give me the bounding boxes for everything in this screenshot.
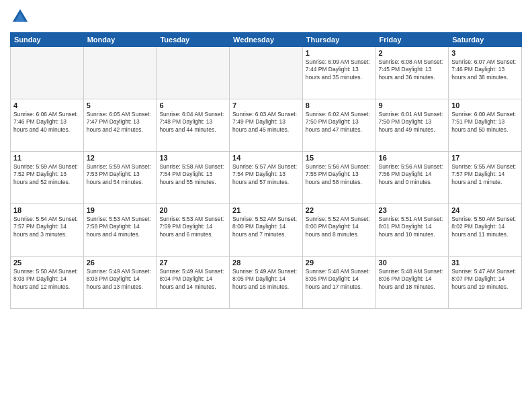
calendar-header-row: SundayMondayTuesdayWednesdayThursdayFrid…	[11, 33, 522, 47]
day-info: Sunrise: 5:58 AM Sunset: 7:54 PM Dayligh…	[159, 163, 226, 186]
day-number: 18	[13, 206, 81, 214]
calendar-header-wednesday: Wednesday	[230, 33, 303, 47]
day-number: 29	[306, 259, 373, 267]
calendar-header-saturday: Saturday	[449, 33, 522, 47]
calendar-cell: 24Sunrise: 5:50 AM Sunset: 8:02 PM Dayli…	[449, 204, 522, 257]
calendar-week-1: 1Sunrise: 6:09 AM Sunset: 7:44 PM Daylig…	[11, 47, 522, 99]
calendar-header-sunday: Sunday	[11, 33, 84, 47]
calendar-cell	[11, 47, 84, 99]
calendar-cell: 19Sunrise: 5:53 AM Sunset: 7:58 PM Dayli…	[83, 204, 157, 257]
header	[10, 7, 522, 27]
day-info: Sunrise: 5:53 AM Sunset: 7:59 PM Dayligh…	[159, 216, 226, 238]
calendar-week-3: 11Sunrise: 5:59 AM Sunset: 7:52 PM Dayli…	[11, 152, 522, 204]
day-number: 28	[232, 259, 300, 267]
day-info: Sunrise: 5:49 AM Sunset: 8:05 PM Dayligh…	[232, 268, 300, 291]
calendar-header-friday: Friday	[375, 33, 449, 47]
logo	[10, 7, 33, 27]
calendar-cell: 18Sunrise: 5:54 AM Sunset: 7:57 PM Dayli…	[11, 204, 84, 257]
day-number: 31	[451, 259, 519, 267]
day-info: Sunrise: 6:00 AM Sunset: 7:51 PM Dayligh…	[451, 111, 519, 134]
day-number: 3	[451, 49, 519, 57]
calendar-cell: 11Sunrise: 5:59 AM Sunset: 7:52 PM Dayli…	[11, 152, 84, 204]
calendar-cell: 13Sunrise: 5:58 AM Sunset: 7:54 PM Dayli…	[157, 152, 230, 204]
calendar-header-thursday: Thursday	[302, 33, 375, 47]
day-info: Sunrise: 6:02 AM Sunset: 7:50 PM Dayligh…	[306, 111, 373, 134]
day-number: 16	[379, 154, 446, 162]
calendar-cell: 17Sunrise: 5:55 AM Sunset: 7:57 PM Dayli…	[449, 152, 522, 204]
calendar-cell: 5Sunrise: 6:05 AM Sunset: 7:47 PM Daylig…	[83, 99, 157, 152]
day-info: Sunrise: 5:50 AM Sunset: 8:03 PM Dayligh…	[13, 268, 81, 291]
day-info: Sunrise: 5:53 AM Sunset: 7:58 PM Dayligh…	[87, 216, 154, 238]
day-number: 22	[306, 206, 373, 214]
day-number: 10	[451, 101, 519, 109]
calendar-cell: 27Sunrise: 5:49 AM Sunset: 8:04 PM Dayli…	[157, 257, 230, 309]
calendar-cell: 4Sunrise: 6:06 AM Sunset: 7:46 PM Daylig…	[11, 99, 84, 152]
day-info: Sunrise: 6:06 AM Sunset: 7:46 PM Dayligh…	[13, 111, 81, 134]
day-number: 24	[451, 206, 519, 214]
calendar-cell: 23Sunrise: 5:51 AM Sunset: 8:01 PM Dayli…	[375, 204, 449, 257]
calendar-cell: 1Sunrise: 6:09 AM Sunset: 7:44 PM Daylig…	[302, 47, 375, 99]
calendar-cell: 28Sunrise: 5:49 AM Sunset: 8:05 PM Dayli…	[230, 257, 303, 309]
calendar-cell: 31Sunrise: 5:47 AM Sunset: 8:07 PM Dayli…	[449, 257, 522, 309]
calendar-cell: 2Sunrise: 6:08 AM Sunset: 7:45 PM Daylig…	[375, 47, 449, 99]
day-number: 21	[232, 206, 300, 214]
day-number: 15	[306, 154, 373, 162]
calendar-cell: 16Sunrise: 5:56 AM Sunset: 7:56 PM Dayli…	[375, 152, 449, 204]
day-info: Sunrise: 5:57 AM Sunset: 7:54 PM Dayligh…	[232, 163, 300, 186]
day-number: 11	[13, 154, 81, 162]
calendar-cell: 21Sunrise: 5:52 AM Sunset: 8:00 PM Dayli…	[230, 204, 303, 257]
day-number: 17	[451, 154, 519, 162]
day-info: Sunrise: 6:08 AM Sunset: 7:45 PM Dayligh…	[379, 58, 446, 81]
calendar-week-5: 25Sunrise: 5:50 AM Sunset: 8:03 PM Dayli…	[11, 257, 522, 309]
day-info: Sunrise: 5:48 AM Sunset: 8:05 PM Dayligh…	[306, 268, 373, 291]
day-number: 20	[159, 206, 226, 214]
calendar-cell: 7Sunrise: 6:03 AM Sunset: 7:49 PM Daylig…	[230, 99, 303, 152]
day-info: Sunrise: 5:54 AM Sunset: 7:57 PM Dayligh…	[13, 216, 81, 238]
calendar: SundayMondayTuesdayWednesdayThursdayFrid…	[10, 32, 522, 309]
day-info: Sunrise: 6:01 AM Sunset: 7:50 PM Dayligh…	[379, 111, 446, 134]
calendar-cell: 3Sunrise: 6:07 AM Sunset: 7:46 PM Daylig…	[449, 47, 522, 99]
day-number: 23	[379, 206, 446, 214]
calendar-cell: 29Sunrise: 5:48 AM Sunset: 8:05 PM Dayli…	[302, 257, 375, 309]
day-info: Sunrise: 5:55 AM Sunset: 7:57 PM Dayligh…	[451, 163, 519, 186]
day-info: Sunrise: 5:49 AM Sunset: 8:03 PM Dayligh…	[87, 268, 154, 291]
calendar-cell	[230, 47, 303, 99]
day-number: 19	[87, 206, 154, 214]
day-number: 5	[87, 101, 154, 109]
day-number: 9	[379, 101, 446, 109]
day-info: Sunrise: 5:48 AM Sunset: 8:06 PM Dayligh…	[379, 268, 446, 291]
day-info: Sunrise: 5:52 AM Sunset: 8:00 PM Dayligh…	[306, 216, 373, 238]
day-info: Sunrise: 5:52 AM Sunset: 8:00 PM Dayligh…	[232, 216, 300, 238]
day-info: Sunrise: 6:04 AM Sunset: 7:48 PM Dayligh…	[159, 111, 226, 134]
calendar-cell: 10Sunrise: 6:00 AM Sunset: 7:51 PM Dayli…	[449, 99, 522, 152]
day-number: 7	[232, 101, 300, 109]
day-info: Sunrise: 5:49 AM Sunset: 8:04 PM Dayligh…	[159, 268, 226, 291]
day-number: 13	[159, 154, 226, 162]
calendar-cell: 14Sunrise: 5:57 AM Sunset: 7:54 PM Dayli…	[230, 152, 303, 204]
day-number: 27	[159, 259, 226, 267]
calendar-header-tuesday: Tuesday	[157, 33, 230, 47]
day-number: 4	[13, 101, 81, 109]
day-number: 12	[87, 154, 154, 162]
calendar-cell: 15Sunrise: 5:56 AM Sunset: 7:55 PM Dayli…	[302, 152, 375, 204]
day-number: 8	[306, 101, 373, 109]
day-number: 6	[159, 101, 226, 109]
calendar-cell: 8Sunrise: 6:02 AM Sunset: 7:50 PM Daylig…	[302, 99, 375, 152]
calendar-cell: 20Sunrise: 5:53 AM Sunset: 7:59 PM Dayli…	[157, 204, 230, 257]
page: SundayMondayTuesdayWednesdayThursdayFrid…	[0, 0, 532, 411]
calendar-cell: 25Sunrise: 5:50 AM Sunset: 8:03 PM Dayli…	[11, 257, 84, 309]
calendar-week-2: 4Sunrise: 6:06 AM Sunset: 7:46 PM Daylig…	[11, 99, 522, 152]
logo-icon	[10, 7, 30, 27]
day-info: Sunrise: 5:50 AM Sunset: 8:02 PM Dayligh…	[451, 216, 519, 238]
day-number: 30	[379, 259, 446, 267]
day-info: Sunrise: 6:05 AM Sunset: 7:47 PM Dayligh…	[87, 111, 154, 134]
day-number: 25	[13, 259, 81, 267]
day-info: Sunrise: 5:56 AM Sunset: 7:55 PM Dayligh…	[306, 163, 373, 186]
calendar-week-4: 18Sunrise: 5:54 AM Sunset: 7:57 PM Dayli…	[11, 204, 522, 257]
calendar-cell: 12Sunrise: 5:59 AM Sunset: 7:53 PM Dayli…	[83, 152, 157, 204]
day-info: Sunrise: 6:03 AM Sunset: 7:49 PM Dayligh…	[232, 111, 300, 134]
day-info: Sunrise: 6:09 AM Sunset: 7:44 PM Dayligh…	[306, 58, 373, 81]
day-number: 2	[379, 49, 446, 57]
day-number: 14	[232, 154, 300, 162]
day-info: Sunrise: 5:47 AM Sunset: 8:07 PM Dayligh…	[451, 268, 519, 291]
